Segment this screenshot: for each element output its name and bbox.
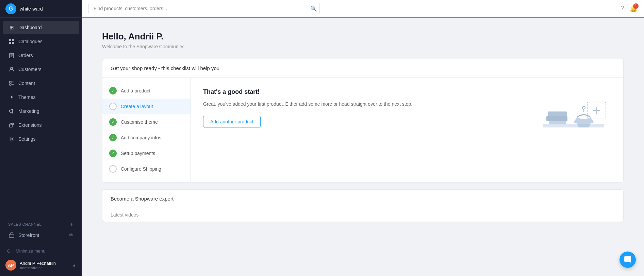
minimize-menu-btn[interactable]: ⊙ Minimize menu <box>5 245 76 257</box>
checklist-card-header: Get your shop ready - this checklist wil… <box>102 59 623 77</box>
svg-rect-10 <box>10 84 11 85</box>
user-info: AP Andrii P Pechatkin Administrator ▲ <box>5 257 76 273</box>
storefront-icon <box>8 232 15 239</box>
sidebar-item-storefront[interactable]: Storefront 👁 <box>3 229 79 241</box>
sidebar-item-label: Catalogues <box>18 39 43 44</box>
extensions-icon <box>8 122 15 128</box>
help-button[interactable]: ? <box>621 5 624 12</box>
search-input[interactable] <box>88 3 320 14</box>
avatar: AP <box>5 260 16 271</box>
svg-rect-21 <box>549 121 566 124</box>
svg-point-8 <box>11 67 13 69</box>
sidebar-header: G white-ward <box>0 0 82 18</box>
check-circle-company-infos: ✓ <box>109 134 117 141</box>
page-subtitle: Welcome to the Shopware Community! <box>102 44 624 49</box>
dashboard-icon: ⊞ <box>8 24 15 31</box>
checklist-item-setup-payments[interactable]: ✓ Setup payments <box>102 145 191 161</box>
sidebar-item-extensions[interactable]: Extensions <box>3 118 79 132</box>
svg-rect-18 <box>543 124 604 127</box>
minimize-icon: ⊙ <box>5 247 12 254</box>
svg-rect-2 <box>9 42 11 44</box>
step-illustration <box>536 88 611 150</box>
chat-button[interactable] <box>620 252 636 268</box>
notification-button[interactable]: 🔔 1 <box>630 5 637 12</box>
step-title: That's a good start! <box>203 88 536 96</box>
page-greeting: Hello, Andrii P. <box>102 31 624 42</box>
checklist-item-configure-shipping[interactable]: Configure Shipping <box>102 161 191 177</box>
checklist-body: ✓ Add a product Create a layout ✓ Custom… <box>102 77 623 182</box>
svg-point-22 <box>582 106 585 109</box>
search-button[interactable]: 🔍 <box>310 5 317 12</box>
sidebar-nav: ⊞ Dashboard Catalogues Orders Customers <box>0 18 82 217</box>
store-name: white-ward <box>20 6 43 12</box>
sidebar-item-label: Settings <box>18 136 36 142</box>
check-circle-configure-shipping <box>109 165 117 173</box>
sidebar-logo: G <box>5 3 16 14</box>
sidebar: G white-ward ⊞ Dashboard Catalogues Orde… <box>0 0 82 276</box>
sidebar-item-label: Marketing <box>18 108 39 114</box>
sidebar-item-settings[interactable]: Settings <box>3 132 79 146</box>
checklist-steps: ✓ Add a product Create a layout ✓ Custom… <box>102 77 191 182</box>
topbar-actions: ? 🔔 1 <box>621 5 637 12</box>
expert-card-header: Become a Shopware expert <box>102 190 623 208</box>
orders-icon <box>8 52 15 59</box>
user-menu-chevron[interactable]: ▲ <box>72 263 76 268</box>
add-sales-channel-btn[interactable]: + <box>70 221 73 227</box>
page-content: Hello, Andrii P. Welcome to the Shopware… <box>82 18 644 276</box>
customers-icon <box>8 66 15 73</box>
step-description: Great, you've added your first product. … <box>203 100 536 108</box>
content-icon <box>8 80 15 87</box>
sidebar-item-label: Orders <box>18 53 33 58</box>
add-another-product-button[interactable]: Add another product <box>203 116 261 127</box>
expert-card: Become a Shopware expert Latest videos <box>102 189 624 222</box>
marketing-icon <box>8 108 15 115</box>
topbar: 🔍 ? 🔔 1 <box>82 0 644 18</box>
svg-point-15 <box>13 123 14 125</box>
settings-icon <box>8 136 15 142</box>
sidebar-item-dashboard[interactable]: ⊞ Dashboard <box>3 21 79 34</box>
sidebar-item-label: Content <box>18 81 35 86</box>
sidebar-item-label: Extensions <box>18 122 42 128</box>
svg-rect-1 <box>12 39 14 41</box>
storefront-visibility-icon[interactable]: 👁 <box>69 232 73 238</box>
checklist-step-detail: That's a good start! Great, you've added… <box>191 77 623 182</box>
sidebar-item-themes[interactable]: ✦ Themes <box>3 90 79 104</box>
themes-icon: ✦ <box>8 94 15 101</box>
checklist-card: Get your shop ready - this checklist wil… <box>102 59 624 183</box>
sidebar-item-marketing[interactable]: Marketing <box>3 104 79 118</box>
check-circle-add-product: ✓ <box>109 87 117 94</box>
svg-rect-17 <box>9 234 14 237</box>
svg-point-16 <box>11 138 13 140</box>
svg-rect-19 <box>548 111 567 116</box>
check-circle-setup-payments: ✓ <box>109 150 117 157</box>
sidebar-item-orders[interactable]: Orders <box>3 49 79 62</box>
checklist-item-customise-theme[interactable]: ✓ Customise theme <box>102 114 191 130</box>
check-circle-create-layout <box>109 103 117 110</box>
sidebar-item-catalogues[interactable]: Catalogues <box>3 35 79 48</box>
notification-badge: 1 <box>633 3 639 9</box>
sidebar-footer: ⊙ Minimize menu AP Andrii P Pechatkin Ad… <box>0 242 82 276</box>
sales-channel-section: Sales Channel + <box>0 217 82 229</box>
svg-rect-9 <box>10 81 11 83</box>
catalogues-icon <box>8 38 15 45</box>
svg-rect-0 <box>9 39 11 41</box>
sidebar-item-customers[interactable]: Customers <box>3 63 79 76</box>
checklist-item-add-product[interactable]: ✓ Add a product <box>102 83 191 99</box>
latest-videos-label: Latest videos <box>102 208 623 222</box>
checklist-item-create-layout[interactable]: Create a layout <box>102 99 191 114</box>
search-bar: 🔍 <box>88 3 320 14</box>
check-circle-customise-theme: ✓ <box>109 118 117 126</box>
sidebar-item-content[interactable]: Content <box>3 76 79 90</box>
sidebar-item-label: Dashboard <box>18 25 42 30</box>
sidebar-item-label: Themes <box>18 94 36 100</box>
svg-rect-20 <box>546 116 567 121</box>
user-name: Andrii P Pechatkin <box>20 261 72 266</box>
svg-rect-3 <box>12 42 14 44</box>
checklist-item-company-infos[interactable]: ✓ Add company infos <box>102 130 191 145</box>
sidebar-item-label: Customers <box>18 67 42 72</box>
user-details: Andrii P Pechatkin Administrator <box>20 261 72 270</box>
user-role: Administrator <box>20 266 72 270</box>
main-content: 🔍 ? 🔔 1 Hello, Andrii P. Welcome to the … <box>82 0 644 276</box>
